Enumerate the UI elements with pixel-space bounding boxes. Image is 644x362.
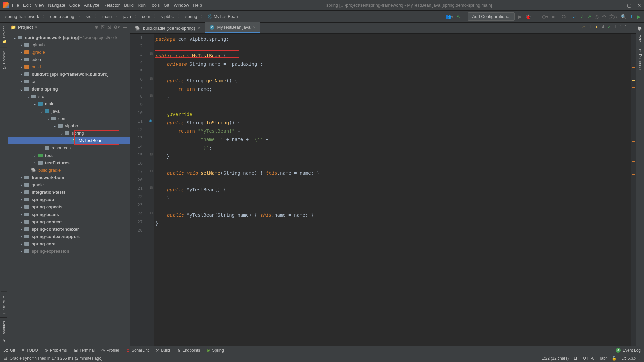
tree-item[interactable]: CMyTestBean xyxy=(8,137,130,144)
tree-item[interactable]: ⌄vipbbo xyxy=(8,122,130,129)
tree-arrow-icon[interactable]: ⌄ xyxy=(19,86,24,92)
debug-icon[interactable]: 🐞 xyxy=(525,14,531,19)
tree-arrow-icon[interactable]: › xyxy=(19,182,24,187)
code-line[interactable]: return "MyTestBean{" + xyxy=(155,127,631,135)
tree-arrow-icon[interactable]: ⌄ xyxy=(46,116,51,121)
tree-arrow-icon[interactable]: ⌄ xyxy=(52,123,58,128)
profiler-tool-tab[interactable]: ◷Profiler xyxy=(101,348,119,353)
coverage-icon[interactable]: ⬚ xyxy=(534,14,539,19)
code-line[interactable]: '}'; xyxy=(155,144,631,152)
code-line[interactable] xyxy=(155,102,631,110)
tree-arrow-icon[interactable]: › xyxy=(19,197,24,202)
code-line[interactable]: public MyTestBean() { xyxy=(155,186,631,194)
tree-arrow-icon[interactable]: › xyxy=(19,50,24,55)
git-tool-tab[interactable]: ⎇Git xyxy=(3,348,15,353)
tree-arrow-icon[interactable]: › xyxy=(32,153,38,158)
code-line[interactable] xyxy=(155,228,631,236)
code-line[interactable]: private String name = "paidaxing"; xyxy=(155,60,631,68)
close-icon[interactable]: ✕ xyxy=(637,3,641,8)
project-tool-tab[interactable]: 📁Project xyxy=(0,23,7,48)
line-ending[interactable]: LF xyxy=(574,356,578,361)
fold-icon[interactable] xyxy=(149,219,154,228)
code-line[interactable]: package com.vipbbo.spring; xyxy=(155,35,631,43)
fold-icon[interactable] xyxy=(149,194,154,202)
tree-arrow-icon[interactable]: › xyxy=(19,175,24,180)
git-commit-icon[interactable]: ✓ xyxy=(580,14,584,19)
play-icon[interactable]: ▶ xyxy=(637,14,641,19)
editor-tab[interactable]: 🐘build.gradle (:demo-spring)× xyxy=(130,23,205,33)
git-rollback-icon[interactable]: ↶ xyxy=(602,14,606,19)
gear-icon[interactable]: ⚙▾ xyxy=(114,25,120,30)
fold-icon[interactable] xyxy=(149,35,154,43)
gradle-tool-tab[interactable]: 🐘 Gradle xyxy=(637,23,644,46)
menu-run[interactable]: Run xyxy=(138,3,146,8)
code-line[interactable] xyxy=(155,43,631,52)
minimize-icon[interactable]: — xyxy=(616,3,621,8)
todo-tool-tab[interactable]: ≡TODO xyxy=(22,348,38,353)
git-push-icon[interactable]: ↗ xyxy=(587,14,591,19)
tree-arrow-icon[interactable]: ⌄ xyxy=(26,94,31,99)
code-line[interactable] xyxy=(155,161,631,169)
fold-icon[interactable]: ⊟ xyxy=(149,211,154,219)
fold-icon[interactable] xyxy=(149,135,154,144)
menu-code[interactable]: Code xyxy=(69,3,80,8)
inspections-widget[interactable]: ⚠1 ▲4 ✓1 ˆ ˇ xyxy=(582,25,626,29)
breadcrumb-item[interactable]: spring xyxy=(183,14,199,19)
fold-icon[interactable] xyxy=(149,110,154,119)
menu-file[interactable]: File xyxy=(12,3,19,8)
fold-icon[interactable] xyxy=(149,228,154,236)
menu-git[interactable]: Git xyxy=(164,3,169,8)
collapse-all-icon[interactable]: ⇲ xyxy=(107,25,111,30)
close-tab-icon[interactable]: × xyxy=(198,26,200,31)
select-opened-icon[interactable]: ⊕ xyxy=(95,25,98,30)
stripe-toggle-icon[interactable]: ▤ xyxy=(3,356,7,361)
git-update-icon[interactable]: ↙ xyxy=(573,14,577,19)
tree-item[interactable]: resources xyxy=(8,144,130,152)
tree-arrow-icon[interactable]: › xyxy=(19,42,24,47)
fold-icon[interactable]: ⊟ xyxy=(149,169,154,177)
menu-navigate[interactable]: Navigate xyxy=(48,3,65,8)
tree-arrow-icon[interactable]: ⌄ xyxy=(32,101,38,106)
down-icon[interactable]: ˇ xyxy=(625,25,626,29)
maximize-icon[interactable]: ▢ xyxy=(627,3,631,8)
fold-icon[interactable] xyxy=(149,202,154,211)
tree-arrow-icon[interactable]: › xyxy=(19,241,24,246)
tree-item[interactable]: ⌄spring xyxy=(8,129,130,137)
user-icon[interactable]: 👥▾ xyxy=(445,14,453,19)
editor-tab[interactable]: CMyTestBean.java× xyxy=(205,22,260,33)
git-branch[interactable]: ⎇ 5.3.x ⌄ xyxy=(622,356,641,361)
tree-item[interactable]: ›spring-core xyxy=(8,240,130,247)
terminal-tool-tab[interactable]: ▣Terminal xyxy=(74,348,95,353)
caret-position[interactable]: 1:22 (12 chars) xyxy=(542,356,569,361)
tree-item[interactable]: ⌄com xyxy=(8,115,130,122)
tree-arrow-icon[interactable]: › xyxy=(19,249,24,254)
tree-item[interactable]: ›gradle xyxy=(8,181,130,188)
fold-icon[interactable]: ◉↑ xyxy=(149,119,154,127)
spring-tool-tab[interactable]: ❀Spring xyxy=(207,348,224,353)
project-tree[interactable]: ⌄spring-framework [spring] E:\work\proje… xyxy=(8,32,130,346)
tree-arrow-icon[interactable]: › xyxy=(19,190,24,195)
code-line[interactable]: public String getName() { xyxy=(155,77,631,85)
tree-item[interactable]: ›framework-bom xyxy=(8,174,130,181)
code-line[interactable] xyxy=(155,202,631,211)
run-icon[interactable]: ▶ xyxy=(518,14,522,19)
tree-arrow-icon[interactable]: ⌄ xyxy=(59,131,64,136)
code-line[interactable]: } xyxy=(155,194,631,202)
tree-item[interactable]: ›.idea xyxy=(8,56,130,63)
menu-help[interactable]: Help xyxy=(193,3,202,8)
menu-window[interactable]: Window xyxy=(174,3,189,8)
tree-item[interactable]: ›testFixtures xyxy=(8,159,130,166)
menu-analyze[interactable]: Analyze xyxy=(84,3,99,8)
search-icon[interactable]: 🔍 xyxy=(621,14,626,19)
code-line[interactable] xyxy=(155,68,631,77)
tree-item[interactable]: ›spring-context-support xyxy=(8,233,130,240)
tree-arrow-icon[interactable]: › xyxy=(19,227,24,232)
fold-icon[interactable] xyxy=(149,68,154,77)
fold-icon[interactable]: ⊟ xyxy=(149,77,154,85)
encoding[interactable]: UTF-8 xyxy=(583,356,594,361)
lock-icon[interactable]: 🔓 xyxy=(612,356,617,361)
tree-item[interactable]: ›ci xyxy=(8,78,130,85)
tree-arrow-icon[interactable]: › xyxy=(19,57,24,62)
code-line[interactable]: return name; xyxy=(155,85,631,94)
breadcrumb-item[interactable]: java xyxy=(121,14,133,19)
